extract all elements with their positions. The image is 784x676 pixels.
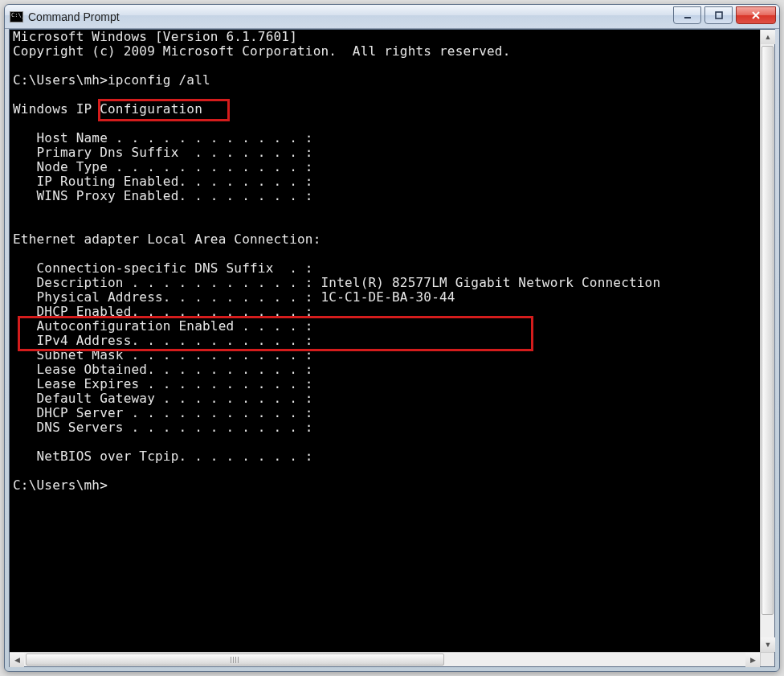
command-prompt-window: Command Prompt Microsoft Windows [Versio… <box>4 4 780 672</box>
os-version-line: Microsoft Windows [Version 6.1.7601] <box>13 30 297 44</box>
scroll-track[interactable] <box>761 44 774 637</box>
section-header: Ethernet adapter Local Area Connection: <box>13 231 321 247</box>
window-controls <box>673 6 779 24</box>
title-bar[interactable]: Command Prompt <box>5 5 779 29</box>
section-header: Windows IP Configuration <box>13 101 202 117</box>
window-title: Command Prompt <box>28 10 120 23</box>
chevron-down-icon: ▼ <box>765 641 772 649</box>
grip-icon <box>231 657 239 663</box>
output-line: Primary Dns Suffix . . . . . . . : <box>13 145 313 160</box>
output-line-physical-address: Physical Address. . . . . . . . . : 1C-C… <box>13 289 455 305</box>
output-line: DNS Servers . . . . . . . . . . . : <box>13 420 313 435</box>
prompt-prefix: C:\Users\mh> <box>13 72 108 88</box>
close-button[interactable] <box>736 6 776 24</box>
scroll-track[interactable] <box>24 653 745 666</box>
scroll-thumb[interactable] <box>762 46 774 615</box>
scroll-left-button[interactable]: ◀ <box>10 653 24 667</box>
scrollbar-corner <box>760 652 774 666</box>
vertical-scrollbar[interactable]: ▲ ▼ <box>760 30 774 652</box>
close-icon <box>750 10 762 20</box>
output-line: Autoconfiguration Enabled . . . . : <box>13 318 313 334</box>
scroll-right-button[interactable]: ▶ <box>745 653 760 667</box>
maximize-icon <box>714 10 724 20</box>
output-line: Lease Expires . . . . . . . . . . : <box>13 376 313 391</box>
command-prompt-icon <box>10 11 23 23</box>
output-line: Subnet Mask . . . . . . . . . . . : <box>13 347 313 363</box>
svg-rect-0 <box>684 17 691 18</box>
chevron-up-icon: ▲ <box>765 33 772 41</box>
copyright-line: Copyright (c) 2009 Microsoft Corporation… <box>13 43 510 59</box>
svg-rect-1 <box>716 12 722 18</box>
horizontal-scrollbar[interactable]: ◀ ▶ <box>10 652 760 666</box>
output-line: Default Gateway . . . . . . . . . : <box>13 391 313 406</box>
chevron-left-icon: ◀ <box>14 656 20 664</box>
prompt-idle: C:\Users\mh> <box>13 477 108 493</box>
output-line: IP Routing Enabled. . . . . . . . : <box>13 174 313 189</box>
scroll-thumb[interactable] <box>26 653 444 666</box>
output-line: Lease Obtained. . . . . . . . . . : <box>13 362 313 377</box>
output-line: Host Name . . . . . . . . . . . . : <box>13 130 313 145</box>
maximize-button[interactable] <box>704 6 733 24</box>
command-entered: ipconfig /all <box>108 72 210 88</box>
scroll-up-button[interactable]: ▲ <box>761 30 775 44</box>
output-line: DHCP Enabled. . . . . . . . . . . : <box>13 304 313 319</box>
console-text: Microsoft Windows [Version 6.1.7601] Cop… <box>13 30 660 493</box>
minimize-button[interactable] <box>673 6 701 24</box>
chevron-right-icon: ▶ <box>750 656 756 664</box>
minimize-icon <box>683 10 692 20</box>
output-line: IPv4 Address. . . . . . . . . . . : <box>13 333 313 348</box>
output-line: WINS Proxy Enabled. . . . . . . . : <box>13 188 313 203</box>
client-area: Microsoft Windows [Version 6.1.7601] Cop… <box>9 29 775 667</box>
output-line: Description . . . . . . . . . . . : Inte… <box>13 275 660 290</box>
output-line: DHCP Server . . . . . . . . . . . : <box>13 405 313 420</box>
output-line: Node Type . . . . . . . . . . . . : <box>13 159 313 174</box>
scroll-down-button[interactable]: ▼ <box>761 637 775 652</box>
console-output[interactable]: Microsoft Windows [Version 6.1.7601] Cop… <box>10 30 774 666</box>
output-line: NetBIOS over Tcpip. . . . . . . . : <box>13 449 313 464</box>
output-line: Connection-specific DNS Suffix . : <box>13 260 313 276</box>
